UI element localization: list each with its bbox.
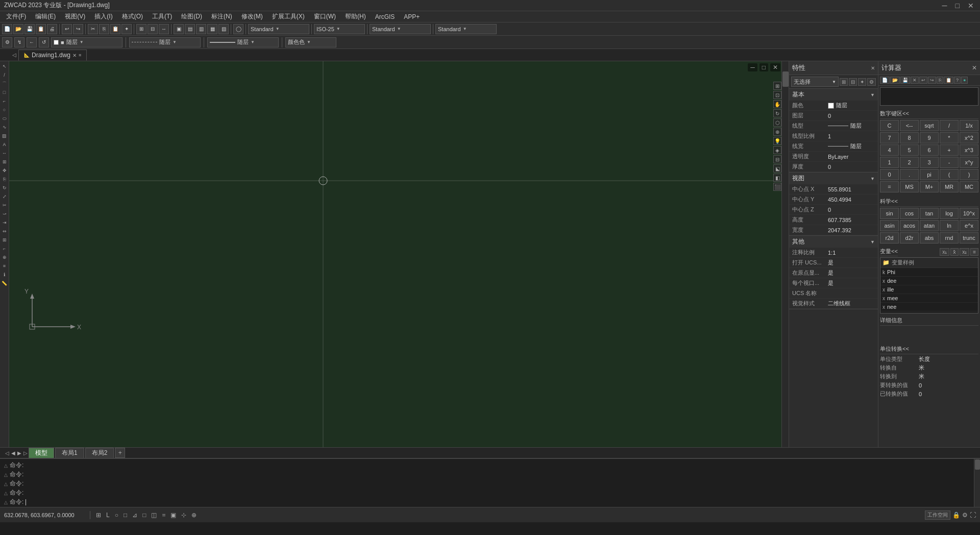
calc-abs[interactable]: abs (920, 232, 939, 244)
lt-arc[interactable]: ⌒ (1, 80, 9, 88)
calc-rnd[interactable]: rnd (940, 232, 959, 244)
prop-each-vp-val[interactable]: 是 (828, 279, 875, 287)
status-workspace[interactable]: 工作空间 (925, 510, 950, 520)
calc-copy-btn[interactable]: ⎘ (937, 77, 943, 84)
linetype-dropdown[interactable]: 随层 ▼ (129, 37, 201, 47)
calc-paste-btn[interactable]: 📋 (944, 77, 953, 84)
calc-eq[interactable]: = (880, 181, 899, 192)
status-dyn[interactable]: ◫ (150, 511, 158, 519)
var-del-btn[interactable]: x̄ (950, 248, 959, 256)
lt-measure[interactable]: 📏 (1, 279, 9, 287)
tb-block3[interactable]: ▥ (196, 24, 206, 34)
tb-zoom-win[interactable]: ⊟ (148, 24, 158, 34)
calc-dot[interactable]: . (900, 169, 919, 180)
calc-1[interactable]: 1 (880, 157, 899, 168)
lt-spline[interactable]: ∿ (1, 123, 9, 131)
tb-block5[interactable]: ▧ (218, 24, 229, 34)
status-osnap[interactable]: □ (122, 511, 129, 519)
lt-layer[interactable]: ≡ (1, 262, 9, 270)
command-scroll-thumb[interactable] (975, 459, 980, 470)
tab-add-btn[interactable]: + (115, 448, 125, 458)
calc-sub[interactable]: - (940, 157, 959, 168)
lineweight-dropdown[interactable]: 随层 ▼ (207, 37, 279, 47)
nav-pan[interactable]: ✋ (773, 100, 781, 108)
prop-select-dropdown[interactable]: 无选择 ▼ (791, 77, 839, 87)
prop-settings-btn[interactable]: ⚙ (867, 78, 876, 86)
tb-block4[interactable]: ▦ (207, 24, 217, 34)
calc-trunc[interactable]: trunc (960, 232, 978, 244)
tb-undo[interactable]: ↩ (62, 24, 72, 34)
maximize-button[interactable]: □ (953, 2, 962, 10)
minimize-viewport[interactable]: ─ (748, 63, 757, 71)
var-item-rad[interactable]: x rad (880, 311, 978, 313)
calc-2[interactable]: 2 (900, 157, 919, 168)
tab-drawing1[interactable]: 📐 Drawing1.dwg ✕ ≡ (18, 50, 87, 61)
text-style-dropdown[interactable]: Standard ▼ (248, 24, 309, 34)
calc-mc[interactable]: MC (960, 181, 978, 192)
var-item-dee[interactable]: x dee (880, 277, 978, 285)
status-grid[interactable]: ⊞ (94, 511, 103, 519)
calc-3[interactable]: 3 (920, 157, 939, 168)
status-settings[interactable]: ⚙ (962, 512, 968, 519)
prop-height-val[interactable]: 607.7385 (828, 217, 875, 223)
calc-C[interactable]: C (880, 120, 899, 131)
layout-nav-right2[interactable]: ▶ (16, 450, 22, 456)
close-button[interactable]: ✕ (966, 2, 976, 10)
calc-8[interactable]: 8 (900, 132, 919, 143)
var-item-ille[interactable]: x ille (880, 285, 978, 294)
var-item-nee[interactable]: x nee (880, 303, 978, 311)
prop-annscale-val[interactable]: 1:1 (828, 250, 875, 256)
tab-layout2[interactable]: 布局2 (85, 448, 114, 458)
calc-pow[interactable]: x^y (960, 157, 978, 168)
calc-5[interactable]: 5 (900, 144, 919, 156)
tab-layout1[interactable]: 布局1 (55, 448, 84, 458)
calc-ex[interactable]: e^x (960, 220, 978, 231)
prop-cz-val[interactable]: 0 (828, 207, 875, 213)
layout-nav-left[interactable]: ◁ (4, 450, 10, 456)
prop-section-other-header[interactable]: 其他 ▼ (789, 236, 878, 248)
calc-7[interactable]: 7 (880, 132, 899, 143)
prop-width-val[interactable]: 2047.392 (828, 227, 875, 233)
restore-viewport[interactable]: □ (760, 63, 768, 71)
calc-save-btn[interactable]: 💾 (900, 77, 910, 84)
tb-block2[interactable]: ▤ (185, 24, 195, 34)
calc-sqrt[interactable]: sqrt (920, 120, 939, 131)
lt-line[interactable]: / (1, 71, 9, 79)
calc-d2r[interactable]: d2r (900, 232, 919, 244)
lt-block[interactable]: ⊞ (1, 158, 9, 166)
menu-view[interactable]: 视图(V) (61, 11, 89, 22)
lt-copy[interactable]: ⎘ (1, 175, 9, 183)
var-list-btn[interactable]: ≡ (970, 248, 978, 256)
nav-ucs[interactable]: ⊕ (773, 128, 781, 136)
var-edit-btn[interactable]: x₂ (960, 248, 969, 256)
unit-from-val[interactable]: 米 (919, 364, 978, 372)
text-height-dropdown[interactable]: ISO-25 ▼ (314, 24, 365, 34)
nav-orbit[interactable]: ↻ (773, 109, 781, 117)
calc-display[interactable] (880, 87, 978, 106)
tb-block1[interactable]: ▣ (174, 24, 184, 34)
tb-open[interactable]: 📂 (13, 24, 23, 34)
tb-layer-prev[interactable]: ← (27, 37, 37, 47)
nav-section[interactable]: ⊟ (773, 155, 781, 163)
status-lineweight[interactable]: = (160, 511, 167, 519)
calc-sin[interactable]: sin (880, 208, 899, 219)
menu-tools[interactable]: 工具(T) (148, 11, 176, 22)
lt-rotate[interactable]: ↻ (1, 184, 9, 192)
calc-4[interactable]: 4 (880, 144, 899, 156)
tb-copy[interactable]: ⎘ (99, 24, 109, 34)
lt-explode[interactable]: ⊕ (1, 253, 9, 261)
nav-walk[interactable]: ⬕ (773, 164, 781, 173)
status-selection[interactable]: ⊹ (180, 511, 188, 519)
nav-next-view[interactable]: ⬛ (773, 183, 781, 191)
prop-toggle-btn[interactable]: ⊞ (840, 78, 848, 86)
prop-cx-val[interactable]: 555.8901 (828, 186, 875, 192)
nav-prev-view[interactable]: ◧ (773, 174, 781, 182)
status-lock[interactable]: 🔒 (952, 512, 960, 519)
calc-cube[interactable]: x^3 (960, 144, 978, 156)
nav-zoom-window[interactable]: ⊞ (773, 82, 781, 90)
calc-add[interactable]: + (940, 144, 959, 156)
menu-dimension[interactable]: 标注(N) (207, 11, 236, 22)
prop-layer-val[interactable]: 0 (828, 113, 875, 119)
calc-r2d[interactable]: r2d (880, 232, 899, 244)
canvas-area[interactable]: Y X ─ □ ✕ ⊞ ⊡ ✋ ↻ ⬡ ⊕ 💡 ◈ ⊟ ⬕ (9, 61, 789, 447)
